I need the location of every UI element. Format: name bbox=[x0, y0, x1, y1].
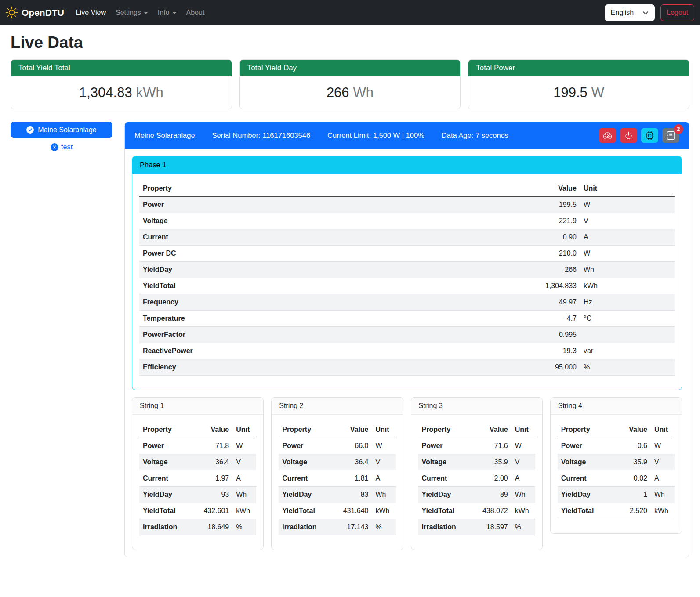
value-cell: 0.90 bbox=[519, 229, 580, 246]
caret-down-icon bbox=[144, 12, 148, 14]
sun-icon bbox=[6, 7, 18, 18]
value-cell: 2.00 bbox=[474, 470, 511, 487]
value-cell: 17.143 bbox=[334, 519, 372, 535]
nav-item-live-view[interactable]: Live View bbox=[72, 5, 110, 20]
table-row: Power199.5W bbox=[139, 197, 675, 213]
brand[interactable]: OpenDTU bbox=[6, 7, 64, 18]
table-row: Current1.97A bbox=[139, 470, 256, 487]
unit-cell: W bbox=[580, 246, 675, 262]
logout-button[interactable]: Logout bbox=[660, 4, 694, 21]
column-header-property: Property bbox=[139, 181, 519, 197]
property-cell: Irradiation bbox=[139, 519, 195, 535]
summary-card-value-line: 266Wh bbox=[240, 76, 461, 109]
property-cell: YieldTotal bbox=[418, 503, 474, 519]
summary-card-value-line: 199.5W bbox=[468, 76, 689, 109]
table-row: YieldDay89Wh bbox=[418, 487, 535, 503]
unit-cell: W bbox=[511, 438, 535, 454]
nav-item-settings[interactable]: Settings bbox=[112, 5, 152, 20]
unit-cell: Wh bbox=[651, 487, 675, 503]
value-cell: 438.072 bbox=[474, 503, 511, 519]
value-cell: 71.8 bbox=[195, 438, 232, 454]
column-header-value: Value bbox=[195, 422, 232, 438]
table-row: Voltage35.9V bbox=[558, 454, 675, 470]
table-row: PowerFactor0.995 bbox=[139, 327, 675, 343]
summary-card-total-yield-total: Total Yield Total 1,304.83kWh bbox=[11, 59, 232, 109]
gauge-icon bbox=[603, 131, 612, 140]
table-row: YieldDay266Wh bbox=[139, 262, 675, 278]
unit-cell: kWh bbox=[511, 503, 535, 519]
string-card-title: String 3 bbox=[411, 398, 542, 415]
journal-text-icon bbox=[667, 131, 675, 140]
string-card-title: String 1 bbox=[132, 398, 263, 415]
value-cell: 19.3 bbox=[519, 343, 580, 359]
unit-cell: Wh bbox=[511, 487, 535, 503]
nav-item-about[interactable]: About bbox=[182, 5, 209, 20]
x-circle-icon bbox=[51, 143, 58, 151]
table-row: Irradiation17.143% bbox=[279, 519, 395, 535]
inverter-card-header: Meine Solaranlage Serial Number: 1161716… bbox=[125, 122, 689, 149]
column-header-value: Value bbox=[474, 422, 511, 438]
phase-table: Property Value Unit Power199.5WVoltage22… bbox=[139, 181, 675, 376]
column-header-property: Property bbox=[279, 422, 334, 438]
property-cell: Irradiation bbox=[418, 519, 474, 535]
value-cell: 0.6 bbox=[613, 438, 651, 454]
table-row: Irradiation18.597% bbox=[418, 519, 535, 535]
property-cell: Voltage bbox=[139, 454, 195, 470]
table-row: Power66.0W bbox=[279, 438, 395, 454]
event-count-badge: 2 bbox=[674, 124, 683, 134]
table-row: Irradiation18.649% bbox=[139, 519, 256, 535]
value-cell: 93 bbox=[195, 487, 232, 503]
property-cell: Power bbox=[139, 438, 195, 454]
value-cell: 0.995 bbox=[519, 327, 580, 343]
inverter-button-test[interactable]: test bbox=[11, 143, 112, 151]
string-table: PropertyValueUnitPower0.6WVoltage35.9VCu… bbox=[558, 422, 675, 519]
string-card: String 4PropertyValueUnitPower0.6WVoltag… bbox=[550, 397, 682, 534]
unit-cell: W bbox=[651, 438, 675, 454]
property-cell: PowerFactor bbox=[139, 327, 519, 343]
inverter-button-selected[interactable]: Meine Solaranlage bbox=[11, 122, 112, 138]
table-row: ReactivePower19.3var bbox=[139, 343, 675, 359]
caret-down-icon bbox=[172, 12, 177, 14]
nav-item-info[interactable]: Info bbox=[154, 5, 181, 20]
value-cell: 1 bbox=[613, 487, 651, 503]
column-header-value: Value bbox=[334, 422, 372, 438]
table-row: Voltage36.4V bbox=[279, 454, 395, 470]
property-cell: Power DC bbox=[139, 246, 519, 262]
summary-card-total-power: Total Power 199.5W bbox=[468, 59, 689, 109]
power-button[interactable] bbox=[620, 128, 637, 143]
table-row: Voltage221.9V bbox=[139, 213, 675, 229]
string-card-title: String 4 bbox=[551, 398, 682, 415]
value-cell: 266 bbox=[519, 262, 580, 278]
inverter-test-label: test bbox=[61, 143, 73, 151]
inverter-serial: Serial Number: 116171603546 bbox=[212, 131, 311, 140]
summary-value: 1,304.83 bbox=[79, 85, 132, 100]
language-select[interactable]: English bbox=[605, 4, 655, 21]
unit-cell: W bbox=[232, 438, 256, 454]
value-cell: 199.5 bbox=[519, 197, 580, 213]
table-row: Current1.81A bbox=[279, 470, 395, 487]
value-cell: 83 bbox=[334, 487, 372, 503]
property-cell: Current bbox=[418, 470, 474, 487]
unit-cell: V bbox=[580, 213, 675, 229]
property-cell: Current bbox=[558, 470, 613, 487]
device-info-button[interactable] bbox=[641, 128, 658, 143]
property-cell: YieldDay bbox=[139, 262, 519, 278]
inverter-limit: Current Limit: 1,500 W | 100% bbox=[327, 131, 424, 140]
property-cell: YieldTotal bbox=[139, 278, 519, 294]
strings-grid: String 1PropertyValueUnitPower71.8WVolta… bbox=[132, 397, 682, 550]
column-header-property: Property bbox=[139, 422, 195, 438]
limit-settings-button[interactable] bbox=[599, 128, 616, 143]
table-row: YieldTotal432.601kWh bbox=[139, 503, 256, 519]
value-cell: 1.81 bbox=[334, 470, 372, 487]
event-log-button[interactable]: 2 bbox=[662, 128, 679, 143]
property-cell: YieldDay bbox=[139, 487, 195, 503]
unit-cell: Wh bbox=[580, 262, 675, 278]
inverter-card: Meine Solaranlage Serial Number: 1161716… bbox=[124, 122, 689, 557]
property-cell: Current bbox=[139, 470, 195, 487]
navbar: OpenDTU Live View Settings Info About En… bbox=[0, 0, 700, 25]
table-row: Temperature4.7°C bbox=[139, 311, 675, 327]
string-card-title: String 2 bbox=[272, 398, 403, 415]
unit-cell: Wh bbox=[372, 487, 396, 503]
unit-cell: var bbox=[580, 343, 675, 359]
unit-cell: W bbox=[580, 197, 675, 213]
